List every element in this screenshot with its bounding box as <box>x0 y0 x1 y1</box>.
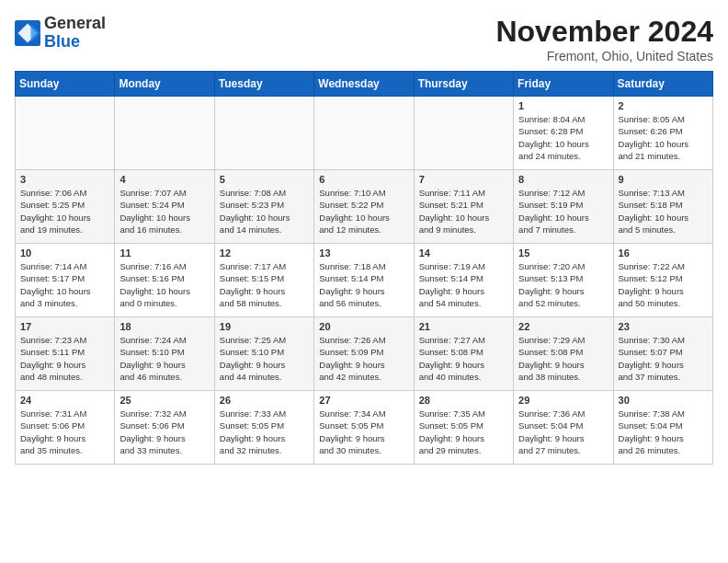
calendar-cell: 12Sunrise: 7:17 AM Sunset: 5:15 PM Dayli… <box>214 244 313 317</box>
day-number: 30 <box>619 395 708 406</box>
calendar-cell: 9Sunrise: 7:13 AM Sunset: 5:18 PM Daylig… <box>613 170 712 244</box>
calendar-body: 1Sunrise: 8:04 AM Sunset: 6:28 PM Daylig… <box>16 97 713 465</box>
day-detail: Sunrise: 7:20 AM Sunset: 5:13 PM Dayligh… <box>518 260 608 309</box>
calendar-week-row: 10Sunrise: 7:14 AM Sunset: 5:17 PM Dayli… <box>16 244 713 317</box>
day-number: 7 <box>419 174 508 185</box>
day-number: 15 <box>518 247 608 259</box>
day-number: 18 <box>119 321 209 332</box>
day-number: 14 <box>419 247 508 259</box>
day-number: 13 <box>319 247 408 259</box>
day-detail: Sunrise: 7:23 AM Sunset: 5:11 PM Dayligh… <box>20 334 109 383</box>
weekday-header: Thursday <box>414 72 513 97</box>
day-number: 5 <box>220 174 309 185</box>
calendar-cell: 30Sunrise: 7:38 AM Sunset: 5:04 PM Dayli… <box>613 391 712 465</box>
day-number: 17 <box>20 321 109 332</box>
day-detail: Sunrise: 7:26 AM Sunset: 5:09 PM Dayligh… <box>319 334 408 383</box>
weekday-header: Friday <box>514 72 613 97</box>
day-number: 20 <box>319 321 408 332</box>
calendar-week-row: 24Sunrise: 7:31 AM Sunset: 5:06 PM Dayli… <box>16 391 713 465</box>
weekday-header: Saturday <box>613 72 712 97</box>
calendar-cell: 7Sunrise: 7:11 AM Sunset: 5:21 PM Daylig… <box>414 170 513 244</box>
calendar-cell: 13Sunrise: 7:18 AM Sunset: 5:14 PM Dayli… <box>314 244 414 317</box>
calendar-cell: 24Sunrise: 7:31 AM Sunset: 5:06 PM Dayli… <box>16 391 115 465</box>
weekday-header: Sunday <box>16 72 115 97</box>
day-detail: Sunrise: 7:29 AM Sunset: 5:08 PM Dayligh… <box>518 334 608 383</box>
day-detail: Sunrise: 7:10 AM Sunset: 5:22 PM Dayligh… <box>319 187 408 236</box>
day-number: 1 <box>518 100 608 111</box>
calendar-cell: 23Sunrise: 7:30 AM Sunset: 5:07 PM Dayli… <box>613 317 712 391</box>
day-detail: Sunrise: 7:16 AM Sunset: 5:16 PM Dayligh… <box>119 260 209 309</box>
logo-general-text: General <box>44 14 106 32</box>
location: Fremont, Ohio, United States <box>495 49 713 63</box>
calendar-cell: 10Sunrise: 7:14 AM Sunset: 5:17 PM Dayli… <box>16 244 115 317</box>
calendar-cell: 6Sunrise: 7:10 AM Sunset: 5:22 PM Daylig… <box>314 170 414 244</box>
calendar-cell: 27Sunrise: 7:34 AM Sunset: 5:05 PM Dayli… <box>314 391 414 465</box>
day-detail: Sunrise: 7:14 AM Sunset: 5:17 PM Dayligh… <box>20 260 109 309</box>
calendar-cell: 19Sunrise: 7:25 AM Sunset: 5:10 PM Dayli… <box>214 317 313 391</box>
day-number: 12 <box>220 247 309 259</box>
calendar-week-row: 1Sunrise: 8:04 AM Sunset: 6:28 PM Daylig… <box>16 97 713 170</box>
calendar-cell: 11Sunrise: 7:16 AM Sunset: 5:16 PM Dayli… <box>115 244 214 317</box>
title-area: November 2024 Fremont, Ohio, United Stat… <box>495 15 713 63</box>
calendar-table: SundayMondayTuesdayWednesdayThursdayFrid… <box>15 71 713 465</box>
day-detail: Sunrise: 7:12 AM Sunset: 5:19 PM Dayligh… <box>518 187 608 236</box>
calendar-cell: 14Sunrise: 7:19 AM Sunset: 5:14 PM Dayli… <box>414 244 513 317</box>
day-number: 4 <box>119 174 209 185</box>
day-detail: Sunrise: 7:22 AM Sunset: 5:12 PM Dayligh… <box>619 260 708 309</box>
calendar-cell: 29Sunrise: 7:36 AM Sunset: 5:04 PM Dayli… <box>514 391 613 465</box>
day-detail: Sunrise: 7:31 AM Sunset: 5:06 PM Dayligh… <box>20 408 109 456</box>
day-number: 10 <box>20 247 109 259</box>
weekday-header: Monday <box>115 72 214 97</box>
day-detail: Sunrise: 7:19 AM Sunset: 5:14 PM Dayligh… <box>419 260 508 309</box>
calendar-cell: 4Sunrise: 7:07 AM Sunset: 5:24 PM Daylig… <box>115 170 214 244</box>
calendar-week-row: 3Sunrise: 7:06 AM Sunset: 5:25 PM Daylig… <box>16 170 713 244</box>
day-detail: Sunrise: 8:04 AM Sunset: 6:28 PM Dayligh… <box>518 113 608 162</box>
day-detail: Sunrise: 7:38 AM Sunset: 5:04 PM Dayligh… <box>619 408 708 456</box>
day-number: 11 <box>119 247 209 259</box>
day-detail: Sunrise: 7:34 AM Sunset: 5:05 PM Dayligh… <box>319 408 408 456</box>
weekday-header: Wednesday <box>314 72 414 97</box>
calendar-cell: 22Sunrise: 7:29 AM Sunset: 5:08 PM Dayli… <box>514 317 613 391</box>
calendar-cell: 16Sunrise: 7:22 AM Sunset: 5:12 PM Dayli… <box>613 244 712 317</box>
calendar-cell: 1Sunrise: 8:04 AM Sunset: 6:28 PM Daylig… <box>514 97 613 170</box>
calendar-cell: 28Sunrise: 7:35 AM Sunset: 5:05 PM Dayli… <box>414 391 513 465</box>
calendar-cell: 15Sunrise: 7:20 AM Sunset: 5:13 PM Dayli… <box>514 244 613 317</box>
day-detail: Sunrise: 7:06 AM Sunset: 5:25 PM Dayligh… <box>20 187 109 236</box>
day-number: 16 <box>619 247 708 259</box>
calendar-cell <box>314 97 414 170</box>
calendar-cell: 26Sunrise: 7:33 AM Sunset: 5:05 PM Dayli… <box>214 391 313 465</box>
calendar-cell: 3Sunrise: 7:06 AM Sunset: 5:25 PM Daylig… <box>16 170 115 244</box>
calendar-cell: 20Sunrise: 7:26 AM Sunset: 5:09 PM Dayli… <box>314 317 414 391</box>
weekday-header: Tuesday <box>214 72 313 97</box>
day-number: 8 <box>518 174 608 185</box>
day-number: 25 <box>119 395 209 406</box>
day-detail: Sunrise: 7:35 AM Sunset: 5:05 PM Dayligh… <box>419 408 508 456</box>
calendar-header: SundayMondayTuesdayWednesdayThursdayFrid… <box>16 72 713 97</box>
calendar-cell: 5Sunrise: 7:08 AM Sunset: 5:23 PM Daylig… <box>214 170 313 244</box>
logo-blue-text: Blue <box>44 32 80 51</box>
day-detail: Sunrise: 7:33 AM Sunset: 5:05 PM Dayligh… <box>220 408 309 456</box>
day-detail: Sunrise: 7:27 AM Sunset: 5:08 PM Dayligh… <box>419 334 508 383</box>
day-number: 26 <box>220 395 309 406</box>
day-detail: Sunrise: 7:18 AM Sunset: 5:14 PM Dayligh… <box>319 260 408 309</box>
day-number: 24 <box>20 395 109 406</box>
day-number: 27 <box>319 395 408 406</box>
day-detail: Sunrise: 8:05 AM Sunset: 6:26 PM Dayligh… <box>619 113 708 162</box>
day-number: 19 <box>220 321 309 332</box>
header: General Blue November 2024 Fremont, Ohio… <box>15 15 713 63</box>
day-detail: Sunrise: 7:07 AM Sunset: 5:24 PM Dayligh… <box>119 187 209 236</box>
calendar-cell <box>414 97 513 170</box>
calendar-cell: 2Sunrise: 8:05 AM Sunset: 6:26 PM Daylig… <box>613 97 712 170</box>
weekday-row: SundayMondayTuesdayWednesdayThursdayFrid… <box>16 72 713 97</box>
month-title: November 2024 <box>495 15 713 49</box>
day-detail: Sunrise: 7:32 AM Sunset: 5:06 PM Dayligh… <box>119 408 209 456</box>
day-detail: Sunrise: 7:13 AM Sunset: 5:18 PM Dayligh… <box>619 187 708 236</box>
day-detail: Sunrise: 7:25 AM Sunset: 5:10 PM Dayligh… <box>220 334 309 383</box>
day-number: 29 <box>518 395 608 406</box>
day-detail: Sunrise: 7:08 AM Sunset: 5:23 PM Dayligh… <box>220 187 309 236</box>
day-number: 9 <box>619 174 708 185</box>
day-number: 21 <box>419 321 508 332</box>
logo-icon <box>15 20 40 46</box>
day-number: 28 <box>419 395 508 406</box>
calendar-cell <box>16 97 115 170</box>
